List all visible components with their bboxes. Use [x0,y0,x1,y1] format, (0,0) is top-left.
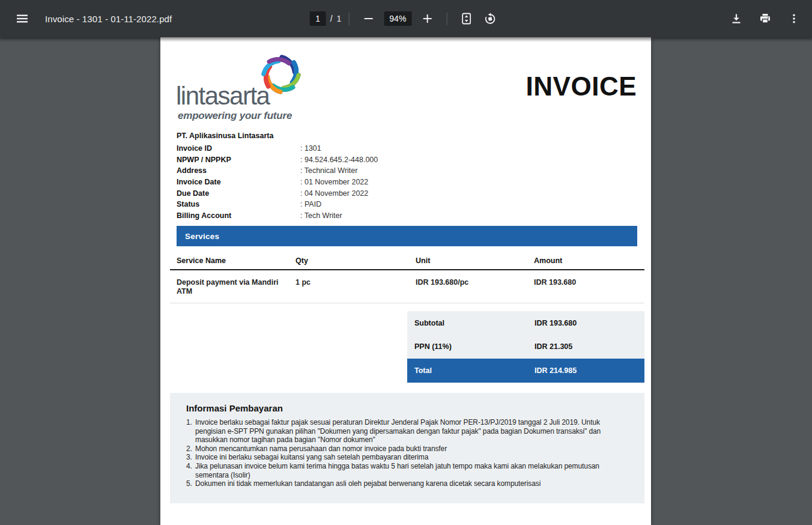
subtotal-row: Subtotal IDR 193.680 [407,311,644,335]
download-icon[interactable] [724,7,748,31]
invoice-heading: INVOICE [526,71,637,102]
list-item: Dokumen ini tidak memerlukan tandatangan… [194,479,631,488]
detail-row-npwp: NPWP / NPPKP : 94.524.645.2-448.000 [177,154,378,166]
invoice-details: Invoice ID : 1301 NPWP / NPPKP : 94.524.… [177,143,378,222]
zoom-in-icon[interactable] [415,7,439,31]
total-row: Total IDR 214.985 [407,359,644,383]
detail-row-billing-account: Billing Account : Tech Writer [177,210,378,222]
detail-row-invoice-id: Invoice ID : 1301 [177,143,378,154]
cell-amount: IDR 193.680 [534,278,644,303]
zoom-out-icon[interactable] [356,7,380,31]
brand-tagline: empowering your future [178,110,292,122]
page-total-label: 1 [337,14,342,23]
list-item: Invoice berlaku sebagai faktur pajak ses… [194,418,631,445]
brand-name: lintasarta [176,82,269,111]
toolbar-divider [348,13,349,25]
cell-qty: 1 pc [295,278,416,303]
rotate-icon[interactable] [478,7,502,31]
more-options-icon[interactable] [782,7,806,31]
tax-row: PPN (11%) IDR 21.305 [407,335,644,359]
column-unit: Unit [416,256,534,265]
payment-info-title: Informasi Pembayaran [186,403,644,413]
services-section-title: Services [177,232,219,241]
document-title: Invoice - 1301 - 01-11-2022.pdf [45,14,172,24]
page-number-input[interactable]: 1 [310,11,326,26]
print-icon[interactable] [753,7,777,31]
services-table: Service Name Qty Unit Amount Deposit pay… [170,252,644,303]
payment-info-panel: Informasi Pembayaran Invoice berlaku seb… [170,393,644,503]
services-section-header: Services [177,226,637,246]
detail-row-address: Address : Technical Writer [177,165,378,177]
column-qty: Qty [295,256,416,265]
list-item: Jika pelunasan invoice belum kami terima… [194,462,631,479]
pdf-page: lintasarta empowering your future INVOIC… [160,37,651,525]
detail-row-due-date: Due Date : 04 November 2022 [177,188,378,199]
table-row: Deposit payment via Mandiri ATM 1 pc IDR… [170,270,644,303]
list-item: Mohon mencantumkan nama perusahaan dan n… [194,445,631,454]
column-service-name: Service Name [177,256,295,265]
fit-to-page-icon[interactable] [454,7,478,31]
column-amount: Amount [534,256,644,265]
pdf-viewport[interactable]: lintasarta empowering your future INVOIC… [0,37,812,525]
pdf-toolbar: Invoice - 1301 - 01-11-2022.pdf 1 / 1 94… [0,0,812,37]
services-table-header: Service Name Qty Unit Amount [170,252,644,270]
detail-row-invoice-date: Invoice Date : 01 November 2022 [177,177,378,188]
page-separator: / [330,14,333,23]
zoom-level-input[interactable]: 94% [384,11,411,26]
detail-row-status: Status : PAID [177,199,378,210]
list-item: Invoice ini berlaku sebagai kuitansi yan… [194,453,631,462]
totals-summary: Subtotal IDR 193.680 PPN (11%) IDR 21.30… [407,311,644,383]
payment-info-list: Invoice berlaku sebagai faktur pajak ses… [194,418,631,488]
toolbar-divider [446,13,447,25]
cell-service-name: Deposit payment via Mandiri ATM [177,278,282,303]
menu-icon[interactable] [10,7,34,31]
company-name: PT. Aplikasinusa Lintasarta [177,132,273,140]
cell-unit: IDR 193.680/pc [416,278,534,303]
